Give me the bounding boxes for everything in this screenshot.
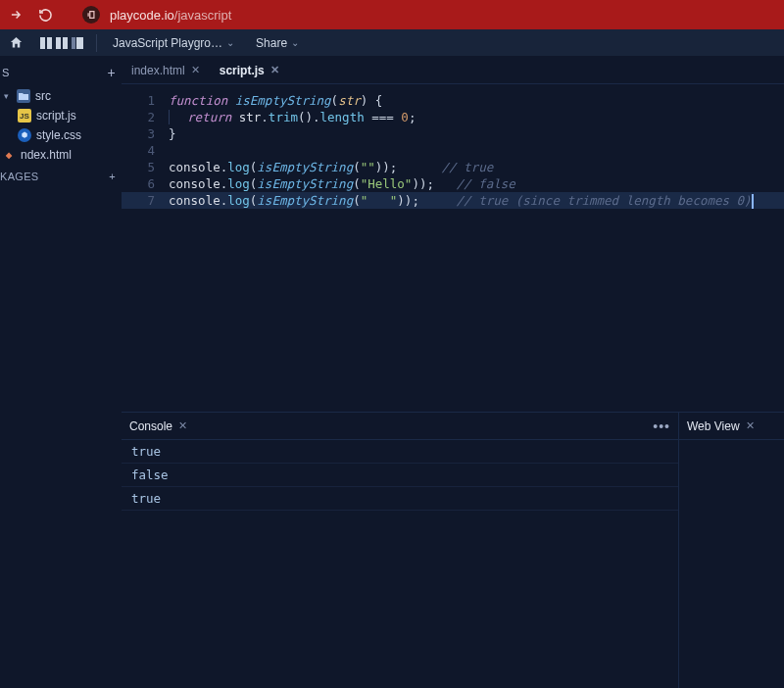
webview-tabs: Web View ✕ [679,413,784,440]
tree-label: script.js [36,109,76,123]
console-line: true [122,487,678,511]
webview-panel: Web View ✕ [679,413,784,688]
svg-rect-0 [40,37,45,49]
files-section-header: S + [0,63,122,86]
css-file-icon: ⬢ [18,128,31,142]
console-output[interactable]: true false true [122,440,678,688]
code-line [169,142,784,159]
tab-webview[interactable]: Web View ✕ [687,419,755,433]
tab-label: Console [129,419,172,433]
app-toolbar: JavaScript Playgro… ⌄ Share ⌄ [0,29,784,57]
code-line: console.log(isEmptyString("")); // true [169,159,784,175]
console-line: false [122,464,678,487]
tab-label: index.html [131,64,185,77]
share-dropdown-label: Share [256,36,287,50]
svg-rect-4 [72,37,75,49]
layout-columns-icon[interactable] [39,36,53,50]
tab-label: Web View [687,419,740,433]
layout-split-icon[interactable] [55,36,69,50]
tab-script-js[interactable]: script.js ✕ [210,57,289,83]
chevron-down-icon: ⌄ [226,37,234,48]
close-icon[interactable]: ✕ [270,64,279,76]
add-file-button[interactable]: + [108,65,116,80]
html-file-icon: ◆ [2,148,16,162]
line-number: 1 [122,92,169,109]
tree-folder-src[interactable]: ▾ src [0,86,122,106]
add-package-button[interactable]: + [109,171,116,182]
layout-right-icon[interactable] [71,36,84,50]
line-number: 2 [122,109,169,125]
reload-button[interactable] [37,7,53,23]
tab-label: script.js [220,64,265,77]
code-line: console.log(isEmptyString(" ")); // true… [169,192,784,209]
packages-section-header: KAGES + [0,165,122,186]
code-editor[interactable]: 1 function isEmptyString(str) { 2 return… [122,84,784,412]
line-number: 7 [122,192,169,209]
folder-icon [17,89,30,103]
editor-column: index.html ✕ script.js ✕ 1 function isEm… [122,57,784,688]
browser-chrome: playcode.io/javascript [0,0,784,29]
line-number: 4 [122,142,169,159]
tab-console[interactable]: Console ✕ [129,419,187,433]
close-icon[interactable]: ✕ [178,419,187,432]
home-icon[interactable] [8,35,24,51]
tab-index-html[interactable]: index.html ✕ [122,57,210,83]
chevron-down-icon: ▾ [4,91,12,101]
layout-switcher [39,36,84,50]
project-dropdown-label: JavaScript Playgro… [113,36,222,50]
code-line: } [169,125,784,142]
svg-rect-1 [47,37,52,49]
line-number: 5 [122,159,169,175]
editor-tabs: index.html ✕ script.js ✕ [122,57,784,84]
files-header-label: S [2,67,10,78]
more-icon[interactable]: ••• [653,418,670,434]
bottom-panels: Console ✕ ••• true false true Web View ✕ [122,412,784,688]
tree-label: style.css [36,128,81,142]
code-line: return str.trim().length === 0; [169,109,784,125]
console-panel: Console ✕ ••• true false true [122,413,679,688]
tree-file-style-css[interactable]: ⬢ style.css [0,125,122,145]
url-path: /javascript [174,8,232,23]
toolbar-separator [96,34,97,52]
site-info-icon[interactable] [82,6,100,24]
close-icon[interactable]: ✕ [191,64,200,76]
svg-rect-3 [61,37,63,49]
tree-label: src [35,89,51,103]
project-dropdown[interactable]: JavaScript Playgro… ⌄ [107,36,240,50]
share-dropdown[interactable]: Share ⌄ [250,36,305,50]
code-line: console.log(isEmptyString("Hello")); // … [169,175,784,192]
tree-file-script-js[interactable]: JS script.js [0,106,122,125]
address-bar[interactable]: playcode.io/javascript [110,8,231,23]
url-host: playcode.io [110,8,174,23]
svg-rect-5 [76,37,83,49]
close-icon[interactable]: ✕ [746,419,755,432]
console-tabs: Console ✕ ••• [122,413,678,440]
main-area: S + ▾ src JS script.js ⬢ style.css ◆ nde… [0,57,784,688]
js-file-icon: JS [18,109,31,123]
forward-button[interactable] [8,7,24,23]
tree-file-index-html[interactable]: ◆ ndex.html [0,145,122,165]
chevron-down-icon: ⌄ [291,37,299,48]
tree-label: ndex.html [21,148,72,162]
line-number: 3 [122,125,169,142]
line-number: 6 [122,175,169,192]
console-line: true [122,440,678,464]
file-sidebar: S + ▾ src JS script.js ⬢ style.css ◆ nde… [0,57,122,688]
text-cursor [752,194,754,209]
packages-header-label: KAGES [0,171,38,182]
code-line: function isEmptyString(str) { [169,92,784,109]
